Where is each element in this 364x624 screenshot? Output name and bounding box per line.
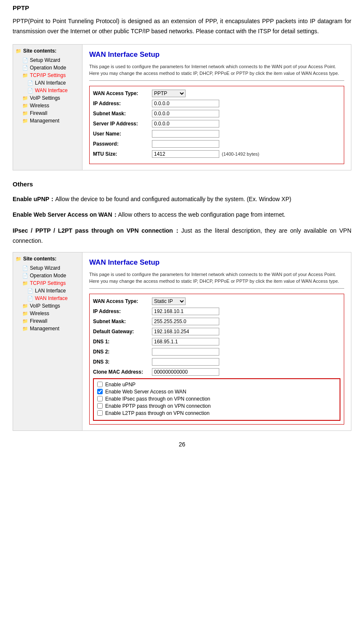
others-title: Others [13,181,351,188]
checkbox-pptp: Enable PPTP pass through on VPN connecti… [97,403,336,409]
sidebar-item-wan-2[interactable]: WAN Interface [16,295,80,302]
wan-access-type-label-1: WAN Access Type: [93,90,152,96]
doc-icon-wan-1 [27,88,33,93]
sidebar-item-lan-1[interactable]: LAN Interface [16,79,80,87]
wan-title-2: WAN Interface Setup [89,258,344,267]
folder-icon-tcpip-1 [22,72,28,78]
wan-form-2: WAN Access Type: Static IP IP Address: S… [89,294,344,425]
default-gateway-input-2[interactable] [152,328,219,335]
folder-icon-site-2 [16,256,21,262]
ip-address-input-1[interactable] [152,100,219,107]
wan-desc-2: This page is used to configure the param… [89,271,344,289]
sidebar-item-wireless-2[interactable]: Wireless [16,310,80,317]
folder-icon-wireless-2 [22,311,28,316]
dns2-input-2[interactable] [152,348,219,356]
sidebar-item-management-2[interactable]: Management [16,325,80,332]
server-ip-row-1: Server IP Address: [93,120,340,127]
ip-address-row-1: IP Address: [93,100,340,107]
doc-icon-wan-2 [27,295,33,301]
sidebar-item-operation-mode-1[interactable]: Operation Mode [16,64,80,72]
checkbox-ipsec: Enable IPsec pass through on VPN connect… [97,396,336,402]
enable-upnp-label: Enable uPNP： [13,196,55,202]
sidebar-item-operation-mode-2[interactable]: Operation Mode [16,272,80,279]
sidebar-item-lan-2[interactable]: LAN Interface [16,287,80,295]
sidebar-item-voip-1[interactable]: VoIP Settings [16,94,80,102]
enable-web-server-desc: Allow others to access the web configura… [118,211,286,218]
ip-address-row-2: IP Address: [93,308,340,315]
page-wrapper: PPTP PPTP(Point to Point Tunneling Proto… [0,0,364,460]
others-section: Others Enable uPNP：Allow the device to b… [13,181,351,246]
mtu-input-1[interactable] [152,150,219,158]
folder-icon-voip-2 [22,303,28,309]
wan-setup-screenshot-1: Site contents: Setup Wizard Operation Mo… [13,44,351,170]
sidebar-item-setup-wizard-1[interactable]: Setup Wizard [16,56,80,64]
clone-mac-label-2: Clone MAC Address: [93,369,152,375]
mtu-note-1: (1400-1492 bytes) [222,151,259,157]
wan-desc-1: This page is used to configure the param… [89,63,344,81]
pptp-description: PPTP(Point to Point Tunneling Protocol) … [13,16,351,37]
dns1-input-2[interactable] [152,338,219,345]
subnet-mask-input-2[interactable] [152,318,219,325]
folder-icon-site [16,48,21,54]
password-input-1[interactable] [152,140,219,148]
sidebar-item-voip-2[interactable]: VoIP Settings [16,302,80,310]
dns3-input-2[interactable] [152,358,219,366]
checkbox-l2tp-input[interactable] [97,410,103,416]
doc-icon-1b [22,265,28,271]
sidebar-item-wireless-1[interactable]: Wireless [16,102,80,109]
sidebar-2: Site contents: Setup Wizard Operation Mo… [13,252,82,430]
sidebar-item-wan-1[interactable]: WAN Interface [16,87,80,94]
sidebar-item-setup-wizard-2[interactable]: Setup Wizard [16,264,80,272]
checkbox-upnp: Enable uPNP [97,382,336,388]
dns1-label-2: DNS 1: [93,339,152,345]
checkbox-upnp-label: Enable uPNP [105,382,136,388]
checkbox-ipsec-label: Enable IPsec pass through on VPN connect… [105,396,210,402]
doc-icon-2 [22,65,28,71]
dns3-label-2: DNS 3: [93,359,152,365]
checkbox-l2tp: Enable L2TP pass through on VPN connecti… [97,410,336,416]
page-number: 26 [13,441,351,448]
ip-address-label-1: IP Address: [93,101,152,106]
checkbox-web-server-input[interactable] [97,389,103,394]
sidebar-item-tcpip-1[interactable]: TCP/IP Settings [16,72,80,79]
wan-access-type-select-1[interactable]: PPTP [152,90,186,97]
sidebar-item-firewall-1[interactable]: Firewall [16,109,80,117]
dns2-row-2: DNS 2: [93,348,340,356]
sidebar-item-firewall-2[interactable]: Firewall [16,317,80,325]
ip-address-input-2[interactable] [152,308,219,315]
subnet-mask-input-1[interactable] [152,110,219,117]
enable-upnp-desc: Allow the device to be found and configu… [55,196,291,202]
folder-icon-management-2 [22,326,28,332]
checkbox-pptp-input[interactable] [97,403,103,409]
checkbox-web-server-label: Enable Web Server Access on WAN [105,389,186,395]
password-label-1: Password: [93,141,152,147]
wan-main-content-1: WAN Interface Setup This page is used to… [82,45,351,170]
sidebar-item-tcpip-2[interactable]: TCP/IP Settings [16,279,80,287]
wan-access-type-select-2[interactable]: Static IP [152,297,186,305]
folder-icon-firewall-2 [22,318,28,324]
dns1-row-2: DNS 1: [93,338,340,345]
enable-web-server-text: Enable Web Server Access on WAN：Allow ot… [13,210,351,220]
wan-main-content-2: WAN Interface Setup This page is used to… [82,252,351,430]
folder-icon-tcpip-2 [22,280,28,286]
checkbox-upnp-input[interactable] [97,382,103,387]
mtu-label-1: MTU Size: [93,151,152,157]
checkbox-ipsec-input[interactable] [97,396,103,401]
default-gateway-row-2: Default Gateway: [93,328,340,335]
checkbox-web-server: Enable Web Server Access on WAN [97,389,336,395]
sidebar-item-management-1[interactable]: Management [16,117,80,125]
enable-web-server-label: Enable Web Server Access on WAN： [13,211,118,218]
enable-upnp-text: Enable uPNP：Allow the device to be found… [13,194,351,204]
ip-address-label-2: IP Address: [93,308,152,314]
default-gateway-label-2: Default Gateway: [93,329,152,335]
folder-icon-firewall-1 [22,110,28,116]
pptp-title: PPTP [13,4,351,11]
server-ip-input-1[interactable] [152,120,219,127]
mtu-row-1: MTU Size: (1400-1492 bytes) [93,150,340,158]
doc-icon-lan-2 [27,288,33,294]
clone-mac-input-2[interactable] [152,368,219,376]
user-name-input-1[interactable] [152,130,219,138]
doc-icon-lan-1 [27,80,33,86]
subnet-mask-row-1: Subnet Mask: [93,110,340,117]
clone-mac-row-2: Clone MAC Address: [93,368,340,376]
